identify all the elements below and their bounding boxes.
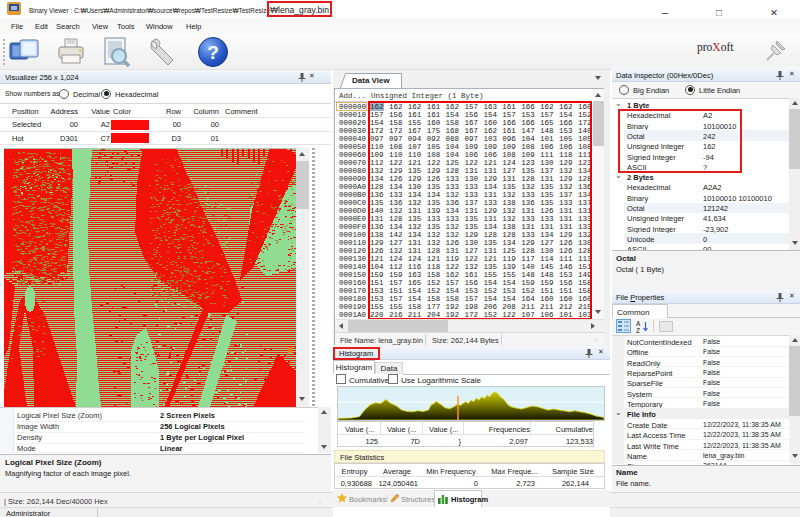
svg-text:A: A: [636, 320, 641, 327]
svg-text:Z: Z: [636, 327, 640, 333]
svg-text:?: ?: [207, 42, 219, 63]
